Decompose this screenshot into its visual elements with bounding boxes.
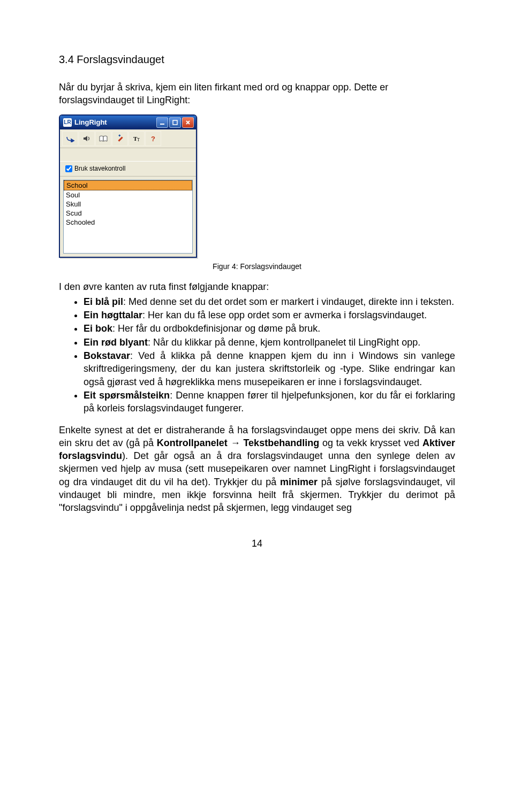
spellcheck-checkbox[interactable] (65, 165, 72, 172)
maximize-icon (172, 120, 178, 125)
pencil-button[interactable] (112, 131, 128, 146)
minimize-button[interactable] (156, 117, 168, 128)
arrow-icon (65, 135, 75, 142)
book-icon (99, 135, 108, 142)
list-item: Bokstavar: Ved å klikka på denne knappen… (84, 349, 455, 388)
toolbar: T T ? (60, 129, 196, 148)
list-item: Eit spørsmålsteikn: Denne knappen fører … (84, 389, 455, 415)
speaker-icon (82, 135, 91, 142)
figure-caption: Figur 4: Forslagsvindauget (59, 262, 455, 271)
question-icon: ? (149, 135, 157, 142)
lingright-window: LR LingRight (59, 114, 197, 258)
minimize-icon (160, 120, 165, 125)
page-number: 14 (59, 538, 455, 549)
speaker-button[interactable] (79, 131, 95, 146)
list-item[interactable]: Soul (64, 190, 192, 200)
list-item[interactable]: School (64, 180, 192, 190)
book-button[interactable] (95, 131, 111, 146)
figure-wrapper: LR LingRight (59, 114, 455, 258)
post-paragraph: Enkelte synest at det er distraherande å… (59, 424, 455, 515)
app-icon: LR (63, 118, 72, 127)
intro-paragraph: Når du byrjar å skriva, kjem ein liten f… (59, 81, 455, 107)
window-title: LingRight (74, 118, 156, 126)
list-item: Ei blå pil: Med denne set du det ordet s… (84, 295, 455, 308)
bullet-list: Ei blå pil: Med denne set du det ordet s… (59, 295, 455, 415)
svg-rect-3 (118, 134, 120, 136)
close-button[interactable] (182, 117, 194, 128)
letters-icon: T T (132, 135, 141, 142)
insert-arrow-button[interactable] (62, 131, 78, 146)
font-button[interactable]: T T (128, 131, 145, 146)
lead-line: I den øvre kanten av ruta finst følgjand… (59, 280, 455, 293)
spellcheck-label[interactable]: Bruk stavekontroll (74, 165, 125, 172)
svg-text:?: ? (151, 135, 155, 142)
list-item[interactable]: Schooled (64, 218, 192, 227)
list-item: Ein rød blyant: Når du klikkar på denne,… (84, 336, 455, 349)
close-icon (185, 120, 191, 125)
pencil-icon (116, 134, 124, 143)
list-item: Ein høgttalar: Her kan du få lese opp or… (84, 309, 455, 321)
list-item: Ei bok: Her får du ordbokdefinisjonar og… (84, 322, 455, 335)
titlebar[interactable]: LR LingRight (60, 116, 196, 129)
list-item[interactable]: Scud (64, 209, 192, 218)
svg-rect-1 (173, 120, 177, 125)
suggestion-list[interactable]: School Soul Skull Scud Schooled (63, 180, 193, 254)
spellcheck-row: Bruk stavekontroll (60, 161, 196, 177)
section-title: 3.4 Forslagsvindauget (59, 53, 455, 66)
svg-text:T: T (137, 137, 140, 142)
list-item[interactable]: Skull (64, 200, 192, 209)
help-button[interactable]: ? (145, 131, 161, 146)
svg-rect-0 (160, 124, 164, 125)
svg-rect-2 (118, 136, 123, 141)
maximize-button[interactable] (169, 117, 181, 128)
